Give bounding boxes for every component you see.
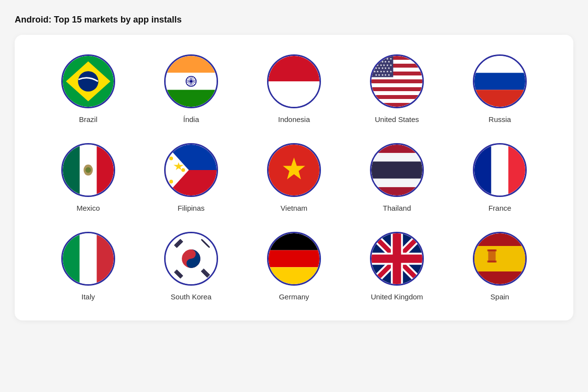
svg-rect-63 — [371, 153, 422, 161]
country-name-united-kingdom: United Kingdom — [371, 293, 423, 301]
svg-rect-65 — [371, 162, 422, 179]
country-name-russia: Russia — [489, 115, 511, 123]
country-name-india: Índia — [183, 115, 199, 123]
flag-italy — [61, 232, 115, 286]
svg-rect-62 — [371, 187, 422, 196]
svg-rect-44 — [63, 145, 80, 196]
country-item-italy: Italy — [39, 232, 137, 301]
country-name-indonesia: Indonesia — [278, 115, 310, 123]
country-item-mexico: Mexico — [39, 143, 137, 212]
svg-rect-45 — [97, 145, 114, 196]
svg-point-2 — [78, 71, 98, 92]
svg-rect-67 — [474, 145, 491, 196]
page-title: Android: Top 15 markets by app installs — [15, 15, 573, 25]
svg-text:★ ★ ★ ★ ★: ★ ★ ★ ★ ★ — [375, 67, 390, 70]
flag-russia — [473, 54, 527, 108]
svg-rect-41 — [474, 90, 525, 107]
country-item-vietnam: Vietnam — [245, 143, 343, 212]
country-name-spain: Spain — [490, 293, 509, 301]
svg-rect-91 — [269, 250, 319, 268]
country-item-thailand: Thailand — [348, 143, 446, 212]
country-item-philippines: Filipinas — [142, 143, 240, 212]
svg-rect-27 — [371, 79, 422, 83]
flag-france — [473, 143, 527, 197]
flag-mexico — [61, 143, 115, 197]
svg-rect-106 — [488, 249, 495, 262]
svg-point-53 — [170, 157, 173, 161]
svg-rect-7 — [166, 90, 217, 107]
svg-rect-105 — [474, 246, 525, 271]
country-item-spain: Spain — [451, 232, 549, 301]
countries-grid: Brazil Índia Indonesia — [39, 54, 549, 301]
svg-rect-90 — [269, 233, 319, 250]
country-item-brazil: Brazil — [39, 54, 137, 123]
page-container: Android: Top 15 markets by app installs … — [15, 15, 573, 320]
flag-india — [164, 54, 218, 108]
svg-rect-107 — [487, 249, 496, 251]
country-item-germany: Germany — [245, 232, 343, 301]
flag-united-kingdom — [370, 232, 424, 286]
country-name-vietnam: Vietnam — [281, 204, 308, 212]
svg-rect-39 — [474, 56, 525, 73]
country-name-south-korea: South Korea — [171, 293, 211, 301]
country-name-philippines: Filipinas — [177, 204, 204, 212]
country-item-united-states: ★ ★ ★ ★ ★ ★ ★ ★ ★ ★ ★ ★ ★ ★ ★ ★ ★ ★ ★ ★ … — [348, 54, 446, 123]
svg-text:★ ★ ★ ★ ★ ★: ★ ★ ★ ★ ★ ★ — [373, 70, 392, 73]
svg-rect-72 — [80, 233, 97, 284]
svg-point-54 — [170, 180, 173, 184]
country-item-south-korea: South Korea — [142, 232, 240, 301]
svg-rect-69 — [508, 145, 525, 196]
country-name-mexico: Mexico — [76, 204, 100, 212]
svg-point-55 — [181, 168, 185, 172]
svg-text:★ ★ ★ ★ ★ ★: ★ ★ ★ ★ ★ ★ — [373, 57, 392, 60]
flag-united-states: ★ ★ ★ ★ ★ ★ ★ ★ ★ ★ ★ ★ ★ ★ ★ ★ ★ ★ ★ ★ … — [370, 54, 424, 108]
flag-vietnam — [267, 143, 321, 197]
svg-rect-68 — [491, 145, 509, 196]
svg-text:★ ★ ★ ★ ★: ★ ★ ★ ★ ★ — [375, 74, 390, 76]
svg-rect-61 — [371, 145, 422, 153]
svg-rect-92 — [269, 267, 319, 284]
country-name-brazil: Brazil — [79, 115, 98, 123]
svg-rect-29 — [371, 95, 422, 99]
svg-rect-40 — [474, 73, 525, 90]
country-name-italy: Italy — [81, 293, 95, 301]
flag-spain — [473, 232, 527, 286]
flag-germany — [267, 232, 321, 286]
card: Brazil Índia Indonesia — [15, 35, 573, 320]
svg-rect-21 — [269, 81, 319, 107]
svg-rect-73 — [97, 233, 114, 284]
svg-rect-64 — [371, 178, 422, 187]
country-name-france: France — [489, 204, 512, 212]
country-name-germany: Germany — [279, 293, 309, 301]
flag-south-korea — [164, 232, 218, 286]
svg-rect-5 — [166, 56, 217, 73]
svg-rect-102 — [392, 233, 401, 284]
svg-rect-28 — [371, 87, 422, 91]
svg-text:★ ★ ★ ★ ★: ★ ★ ★ ★ ★ — [375, 60, 390, 63]
flag-brazil — [61, 54, 115, 108]
country-item-russia: Russia — [451, 54, 549, 123]
flag-philippines — [164, 143, 218, 197]
svg-rect-30 — [371, 103, 422, 107]
country-name-united-states: United States — [375, 115, 419, 123]
country-item-indonesia: Indonesia — [245, 54, 343, 123]
svg-rect-71 — [63, 233, 80, 284]
svg-rect-24 — [371, 56, 422, 60]
country-name-thailand: Thailand — [383, 204, 411, 212]
country-item-united-kingdom: United Kingdom — [348, 232, 446, 301]
svg-rect-108 — [487, 261, 496, 263]
svg-text:★ ★ ★ ★ ★ ★: ★ ★ ★ ★ ★ ★ — [373, 64, 392, 67]
flag-indonesia — [267, 54, 321, 108]
svg-point-47 — [85, 167, 91, 172]
flag-thailand — [370, 143, 424, 197]
svg-rect-20 — [269, 56, 319, 81]
country-item-india: Índia — [142, 54, 240, 123]
country-item-france: France — [451, 143, 549, 212]
